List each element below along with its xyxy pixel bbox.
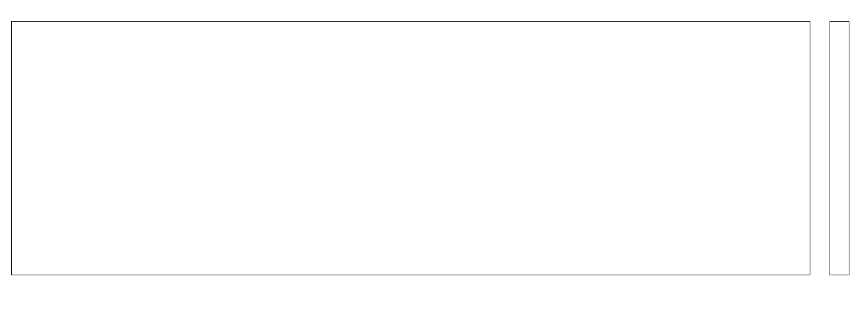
spectrogram-figure <box>0 0 868 310</box>
colorbar-gradient <box>830 21 849 275</box>
waterfall-heatmap <box>11 21 810 275</box>
